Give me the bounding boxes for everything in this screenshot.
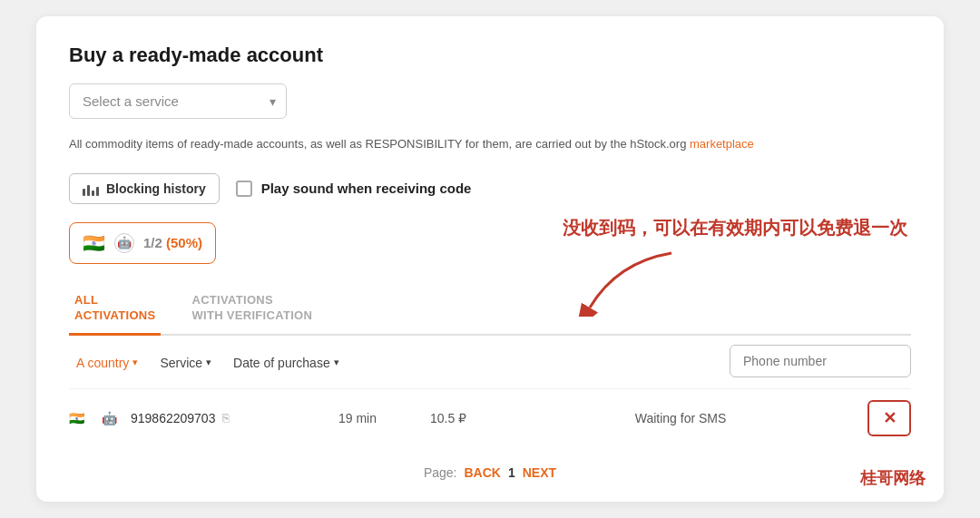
table-row: 🇮🇳 🤖 919862209703 ⎘ 19 min 10.5 ₽ Waitin… [69,388,911,447]
controls-row: Blocking history Play sound when receivi… [69,173,911,204]
page-title: Buy a ready-made account [69,44,911,67]
chevron-down-icon: ▾ [334,357,339,368]
row-price: 10.5 ₽ [403,411,494,425]
filter-country-button[interactable]: A country ▾ [69,352,145,374]
row-service-icon: 🤖 [102,411,131,425]
sound-checkbox[interactable] [236,181,252,197]
page-back-link[interactable]: BACK [465,465,501,480]
page-next-link[interactable]: NEXT [523,465,556,480]
annotation-text: 没收到码，可以在有效期内可以免费退一次 [563,216,907,240]
page-label: Page: [424,465,457,480]
info-text: All commodity items of ready-made accoun… [69,135,911,153]
row-status: Waiting for SMS [494,411,867,425]
copy-icon[interactable]: ⎘ [222,411,230,425]
progress-row: 🇮🇳 🤖 1/2 (50%) [69,222,216,264]
page-number: 1 [508,465,515,480]
service-select-wrapper: Select a service ▾ [69,83,287,119]
filter-service-button[interactable]: Service ▾ [152,352,219,374]
row-time: 19 min [312,411,403,425]
sound-checkbox-wrapper[interactable]: Play sound when receiving code [236,181,472,197]
filters-row: A country ▾ Service ▾ Date of purchase ▾ [69,352,911,374]
india-flag: 🇮🇳 [83,232,105,254]
blocking-history-button[interactable]: Blocking history [69,173,220,204]
tabs-row: ALL ACTIVATIONS ACTIVATIONS WITH VERIFIC… [69,286,911,336]
chevron-down-icon: ▾ [132,357,138,368]
main-card: Buy a ready-made account Select a servic… [36,16,944,501]
phone-search-input[interactable] [730,345,911,377]
bar-chart-icon [83,181,99,196]
filter-date-button[interactable]: Date of purchase ▾ [226,352,347,374]
ai-service-icon: 🤖 [114,233,134,253]
row-flag: 🇮🇳 [69,411,102,425]
sound-label: Play sound when receiving code [261,181,472,196]
cancel-button[interactable]: ✕ [867,400,911,436]
service-select[interactable]: Select a service [69,83,287,119]
chevron-down-icon: ▾ [206,357,211,368]
marketplace-link[interactable]: marketplace [690,137,754,151]
row-phone: 919862209703 ⎘ [131,411,312,425]
tab-activations-with-verification[interactable]: ACTIVATIONS WITH VERIFICATION [186,286,318,336]
pagination-row: Page: BACK 1 NEXT [69,465,911,480]
tab-all-activations[interactable]: ALL ACTIVATIONS [69,286,161,336]
progress-text: 1/2 (50%) [143,235,202,250]
